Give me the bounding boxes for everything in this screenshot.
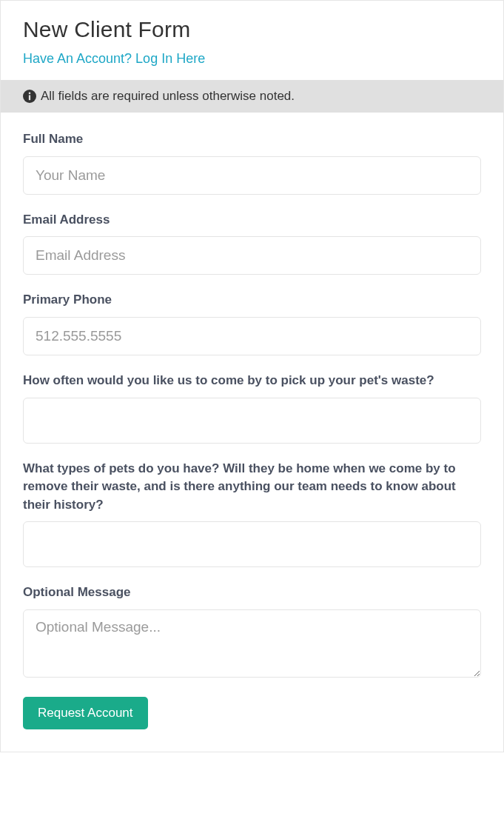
request-account-button[interactable]: Request Account xyxy=(23,697,148,729)
page-title: New Client Form xyxy=(23,17,481,42)
pets-group: What types of pets do you have? Will the… xyxy=(23,460,481,568)
phone-label: Primary Phone xyxy=(23,291,481,310)
message-textarea[interactable] xyxy=(23,609,481,678)
full-name-label: Full Name xyxy=(23,130,481,149)
notice-text: All fields are required unless otherwise… xyxy=(41,89,295,104)
message-label: Optional Message xyxy=(23,584,481,602)
info-icon xyxy=(23,90,36,103)
new-client-form-card: New Client Form Have An Account? Log In … xyxy=(0,0,504,752)
pets-input[interactable] xyxy=(23,521,481,567)
email-label: Email Address xyxy=(23,211,481,230)
svg-rect-1 xyxy=(29,95,30,100)
frequency-label: How often would you like us to come by t… xyxy=(23,372,481,390)
svg-rect-2 xyxy=(29,93,30,94)
login-link[interactable]: Have An Account? Log In Here xyxy=(23,51,205,67)
email-group: Email Address xyxy=(23,211,481,275)
full-name-group: Full Name xyxy=(23,130,481,195)
form-body: Full Name Email Address Primary Phone Ho… xyxy=(1,113,503,729)
phone-input[interactable] xyxy=(23,317,481,355)
email-input[interactable] xyxy=(23,236,481,275)
full-name-input[interactable] xyxy=(23,156,481,195)
frequency-group: How often would you like us to come by t… xyxy=(23,372,481,444)
form-header: New Client Form Have An Account? Log In … xyxy=(1,1,503,80)
phone-group: Primary Phone xyxy=(23,291,481,355)
required-fields-notice: All fields are required unless otherwise… xyxy=(1,80,503,113)
frequency-input[interactable] xyxy=(23,398,481,444)
pets-label: What types of pets do you have? Will the… xyxy=(23,460,481,515)
message-group: Optional Message xyxy=(23,584,481,681)
